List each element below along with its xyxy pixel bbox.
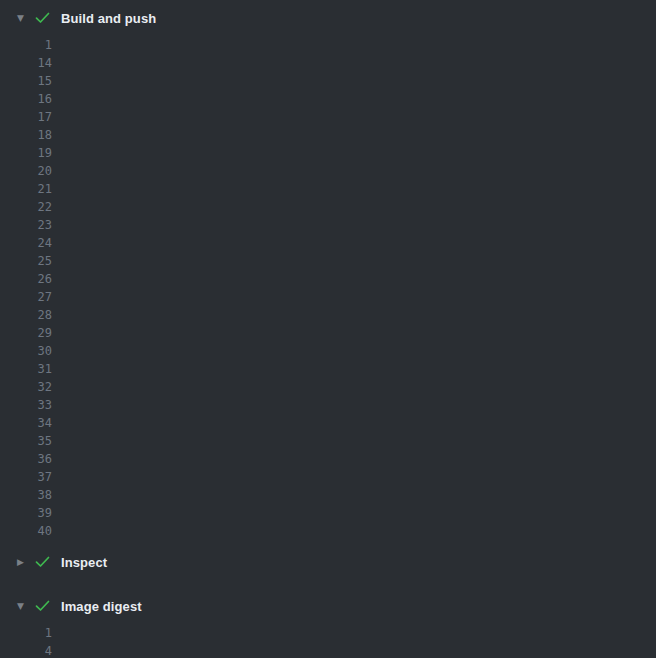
log-line[interactable]: 31 #4 sha256:a15790640a6690aa1 xyxy=(0,360,656,378)
line-number[interactable]: 20 xyxy=(0,162,52,180)
log-line[interactable]: 40 #5 0.060 Hello world! xyxy=(0,522,656,540)
log-line[interactable]: 23 #1 transferring context: 2B xyxy=(0,216,656,234)
log-line[interactable]: 39 #5 [2/2] RUN echo "Hello wo xyxy=(0,504,656,522)
log-line[interactable]: 4 sha256:e7ff8834a5963a2785c5a xyxy=(0,642,656,658)
line-number[interactable]: 4 xyxy=(0,642,52,658)
line-number[interactable]: 29 xyxy=(0,324,52,342)
line-number[interactable]: 27 xyxy=(0,288,52,306)
success-check-icon xyxy=(35,556,50,568)
line-number[interactable]: 23 xyxy=(0,216,52,234)
log-line[interactable]: 29 #4 [1/2] FROM docker.io/lib xyxy=(0,324,656,342)
success-check-icon xyxy=(35,12,50,24)
log-line[interactable]: 28 xyxy=(0,306,656,324)
line-number[interactable]: 31 xyxy=(0,360,52,378)
success-check-icon xyxy=(35,600,50,612)
log-line[interactable]: 1 ▶ Run echo sha256:e7ff8834a59 xyxy=(0,624,656,642)
chevron-icon[interactable]: ▼ xyxy=(17,14,31,23)
section-title: Image digest xyxy=(61,599,142,614)
line-number[interactable]: 16 xyxy=(0,90,52,108)
log-section: ▼ Build and push 1 ▶ xyxy=(0,0,656,540)
log-line[interactable]: 17 /usr/bin/docker buildx buil xyxy=(0,108,656,126)
line-number[interactable]: 19 xyxy=(0,144,52,162)
section-header-build-and-push[interactable]: ▼ Build and push xyxy=(0,0,656,36)
log-line[interactable]: 16 Starting build... xyxy=(0,90,656,108)
section-header-image-digest[interactable]: ▼ Image digest xyxy=(0,588,656,624)
line-number[interactable]: 39 xyxy=(0,504,52,522)
section-title: Inspect xyxy=(61,555,107,570)
log-line[interactable]: 14 Using builder instance buil xyxy=(0,54,656,72)
chevron-icon[interactable]: ▶ xyxy=(17,558,31,567)
line-number[interactable]: 24 xyxy=(0,234,52,252)
chevron-icon[interactable]: ▼ xyxy=(17,602,31,611)
line-number[interactable]: 36 xyxy=(0,450,52,468)
log-line[interactable]: 27 #3 DONE 0.4s xyxy=(0,288,656,306)
log-line[interactable]: 26 #3 [internal] load metadata xyxy=(0,270,656,288)
line-number[interactable]: 1 xyxy=(0,36,52,54)
log-line[interactable]: 25 xyxy=(0,252,656,270)
line-number[interactable]: 21 xyxy=(0,180,52,198)
line-number[interactable]: 32 xyxy=(0,378,52,396)
log-line[interactable]: 37 #4 DONE 0.4s xyxy=(0,468,656,486)
line-number[interactable]: 17 xyxy=(0,108,52,126)
section-log: 1 ▶ Run echo sha256:e7ff8834a59 xyxy=(0,624,656,658)
log-line[interactable]: 30 #4 resolve docker.io/librar xyxy=(0,342,656,360)
line-number[interactable]: 35 xyxy=(0,432,52,450)
log-line[interactable]: 18 #2 [internal] load build de xyxy=(0,126,656,144)
line-number[interactable]: 15 xyxy=(0,72,52,90)
workflow-log-viewer: ▼ Build and push 1 ▶ xyxy=(0,0,656,658)
section-header-inspect[interactable]: ▶ Inspect xyxy=(0,544,656,580)
log-line[interactable]: 38 xyxy=(0,486,656,504)
line-number[interactable]: 34 xyxy=(0,414,52,432)
line-number[interactable]: 25 xyxy=(0,252,52,270)
log-section: ▶ Inspect xyxy=(0,544,656,580)
line-number[interactable]: 30 xyxy=(0,342,52,360)
section-log: 1 ▶ Run ./ 14 xyxy=(0,36,656,540)
log-line[interactable]: 36 #4 unpacking docker.io/libr xyxy=(0,450,656,468)
line-number[interactable]: 26 xyxy=(0,270,52,288)
log-section: ▼ Image digest 1 ▶ xyxy=(0,588,656,658)
log-line[interactable]: 22 #1 [internal] load .dockeri xyxy=(0,198,656,216)
line-number[interactable]: 33 xyxy=(0,396,52,414)
log-line[interactable]: 15 /usr/bin/docker buildx use xyxy=(0,72,656,90)
log-line[interactable]: 21 xyxy=(0,180,656,198)
line-number[interactable]: 1 xyxy=(0,624,52,642)
log-line[interactable]: 33 #4 sha256:a24bb4013296f61e8 xyxy=(0,396,656,414)
line-number[interactable]: 22 xyxy=(0,198,52,216)
log-line[interactable]: 35 #4 unpacking docker.io/libr xyxy=(0,432,656,450)
line-number[interactable]: 14 xyxy=(0,54,52,72)
log-line[interactable]: 32 #4 sha256:df20fa9351a15782c xyxy=(0,378,656,396)
line-number[interactable]: 37 xyxy=(0,468,52,486)
log-line[interactable]: 24 #1 DONE 0.0s xyxy=(0,234,656,252)
log-line[interactable]: 20 #2 DONE 0.0s xyxy=(0,162,656,180)
section-title: Build and push xyxy=(61,11,156,26)
line-number[interactable]: 18 xyxy=(0,126,52,144)
line-number[interactable]: 28 xyxy=(0,306,52,324)
log-line[interactable]: 1 ▶ Run ./ xyxy=(0,36,656,54)
log-line[interactable]: 19 #2 transferring dockerfile: xyxy=(0,144,656,162)
log-line[interactable]: 34 #4 sha256:18551807089175890 xyxy=(0,414,656,432)
line-number[interactable]: 40 xyxy=(0,522,52,540)
line-number[interactable]: 38 xyxy=(0,486,52,504)
